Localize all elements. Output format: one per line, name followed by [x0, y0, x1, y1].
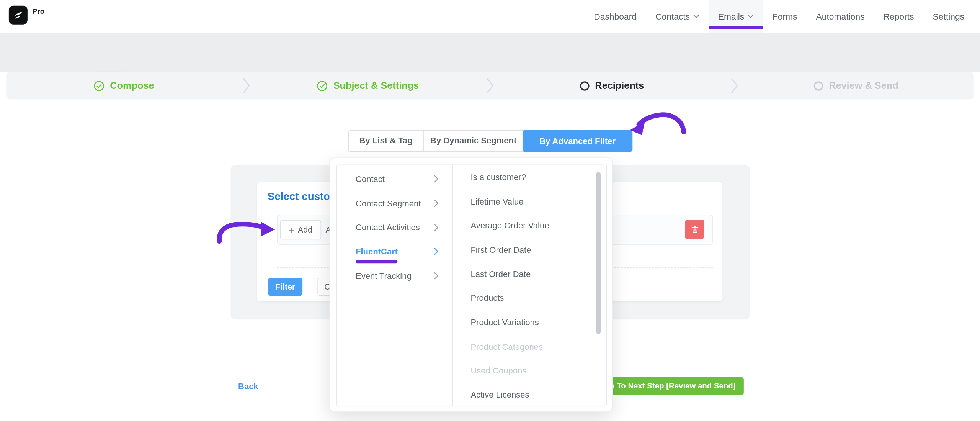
- fluentcrm-app: Pro Dashboard Contacts Emails Forms Auto…: [0, 0, 980, 421]
- submenu-item-is-a-customer[interactable]: Is a customer?: [453, 165, 608, 189]
- scrollbar-thumb[interactable]: [596, 172, 601, 334]
- add-label: Add: [298, 225, 312, 234]
- nav-automations[interactable]: Automations: [807, 0, 874, 33]
- annotation-fluentcart-underline: [356, 260, 397, 263]
- step-review-send[interactable]: Review & Send: [738, 80, 974, 91]
- chevron-right-icon: [730, 77, 738, 95]
- fluentcart-submenu: Is a customer? Lifetime Value Average Or…: [453, 165, 608, 407]
- nav-forms[interactable]: Forms: [763, 0, 807, 33]
- submenu-item-lifetime-value[interactable]: Lifetime Value: [453, 189, 608, 213]
- menu-label: Event Tracking: [356, 271, 412, 280]
- delete-filter-button[interactable]: [685, 220, 704, 239]
- step-label: Review & Send: [829, 80, 898, 91]
- logo-glyph: [11, 8, 25, 22]
- chevron-right-icon: [434, 224, 439, 231]
- filter-group-menu: Contact Contact Segment Contact Activiti…: [337, 167, 452, 288]
- annotation-emails-underline: [709, 26, 763, 29]
- check-circle-icon: [94, 80, 105, 91]
- chevron-down-icon: [747, 15, 753, 18]
- chevron-down-icon: [693, 15, 699, 18]
- circle-icon: [580, 81, 589, 90]
- submenu-item-last-order-date[interactable]: Last Order Date: [453, 262, 608, 286]
- main-nav: Dashboard Contacts Emails Forms Automati…: [585, 0, 974, 33]
- menu-item-contact-activities[interactable]: Contact Activities: [337, 215, 452, 239]
- arrow-annotation-advanced-filter: [639, 115, 684, 132]
- menu-label: Contact: [356, 174, 385, 183]
- chevron-right-icon: [434, 272, 439, 280]
- top-nav-bar: Pro Dashboard Contacts Emails Forms Auto…: [0, 0, 980, 33]
- menu-item-event-tracking[interactable]: Event Tracking: [337, 264, 452, 288]
- plus-icon: +: [289, 225, 294, 235]
- menu-item-contact-segment[interactable]: Contact Segment: [337, 191, 452, 215]
- chevron-right-icon: [242, 77, 250, 95]
- chevron-right-icon: [434, 248, 439, 256]
- recipient-tabs: By List & Tag By Dynamic Segment By Adva…: [348, 130, 632, 152]
- campaign-stepper: Compose Subject & Settings Recipients Re…: [6, 72, 973, 100]
- submenu-item-product-variations[interactable]: Product Variations: [453, 310, 608, 334]
- select-customers-heading: Select custo: [268, 191, 330, 203]
- menu-label: Contact Segment: [356, 198, 421, 208]
- back-link[interactable]: Back: [238, 382, 258, 391]
- chevron-right-icon: [434, 200, 439, 207]
- submenu-item-first-order-date[interactable]: First Order Date: [453, 238, 608, 262]
- nav-contacts[interactable]: Contacts: [646, 0, 709, 33]
- submenu-item-average-order-value[interactable]: Average Order Value: [453, 213, 608, 238]
- dropdown-inner: Contact Contact Segment Contact Activiti…: [336, 164, 607, 406]
- tab-by-advanced-filter[interactable]: By Advanced Filter: [523, 130, 632, 152]
- chevron-right-icon: [434, 175, 439, 183]
- nav-settings[interactable]: Settings: [923, 0, 974, 33]
- menu-label: FluentCart: [356, 247, 398, 256]
- submenu-item-product-categories: Product Categories: [453, 334, 608, 359]
- chevron-right-icon: [486, 77, 495, 95]
- check-circle-icon: [317, 80, 328, 91]
- step-compose[interactable]: Compose: [6, 80, 242, 91]
- submenu-item-products[interactable]: Products: [453, 286, 608, 310]
- menu-item-fluentcart[interactable]: FluentCart: [337, 239, 452, 264]
- pro-badge: Pro: [33, 8, 44, 15]
- tab-by-list-tag[interactable]: By List & Tag: [349, 131, 424, 151]
- submenu-item-active-licenses[interactable]: Active Licenses: [453, 383, 608, 407]
- fluentcrm-logo-icon[interactable]: [9, 6, 28, 25]
- menu-label: Contact Activities: [356, 223, 420, 232]
- trash-icon: [690, 225, 699, 234]
- circle-icon: [814, 81, 823, 90]
- step-label: Compose: [110, 80, 154, 91]
- nav-emails[interactable]: Emails: [709, 0, 763, 33]
- nav-reports[interactable]: Reports: [874, 0, 923, 33]
- submenu-item-used-coupons: Used Coupons: [453, 359, 608, 383]
- step-subject-settings[interactable]: Subject & Settings: [250, 80, 486, 91]
- step-recipients[interactable]: Recipients: [494, 80, 730, 91]
- breadcrumb-bar: Email Campaigns /: [0, 33, 980, 72]
- add-filter-button[interactable]: + Add: [280, 220, 321, 240]
- step-label: Recipients: [595, 80, 644, 91]
- tab-by-dynamic-segment[interactable]: By Dynamic Segment: [424, 131, 523, 151]
- step-label: Subject & Settings: [333, 80, 419, 91]
- filter-type-dropdown: Contact Contact Segment Contact Activiti…: [329, 157, 612, 412]
- filter-button[interactable]: Filter: [268, 278, 302, 296]
- menu-item-contact[interactable]: Contact: [337, 167, 452, 191]
- nav-dashboard[interactable]: Dashboard: [585, 0, 646, 33]
